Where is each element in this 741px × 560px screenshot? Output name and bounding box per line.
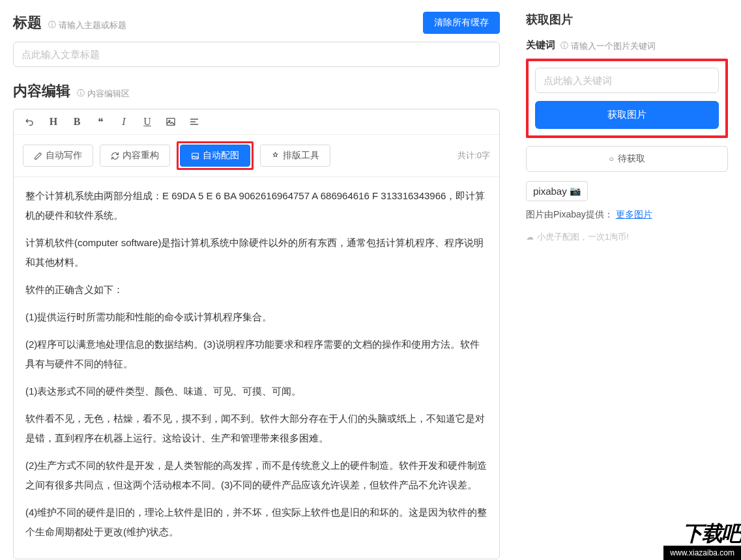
layout-tool-button[interactable]: 排版工具 <box>260 145 330 167</box>
editor-paragraph: (2)生产方式不同的软件是开发，是人类智能的高发挥，而不是传统意义上的硬件制造。… <box>25 456 487 495</box>
keyword-label: 关键词 <box>526 39 555 51</box>
fetch-image-title: 获取图片 <box>526 12 728 27</box>
title-header: 标题 请输入主题或标题 清除所有缓存 <box>13 12 500 34</box>
editor-paragraph: (4)维护不同的硬件是旧的，理论上软件是旧的，并不坏，但实际上软件也是旧的和坏的… <box>25 503 487 542</box>
editor-paragraph: 计算机软件(computer software)是指计算机系统中除硬件以外的所有… <box>25 233 487 272</box>
heading-icon[interactable]: H <box>46 115 61 129</box>
waiting-label: 待获取 <box>618 153 645 165</box>
editor-box: H B ❝ I U 自动写作 <box>13 109 500 559</box>
auto-write-button[interactable]: 自动写作 <box>23 145 93 167</box>
title-label: 标题 <box>13 13 42 33</box>
editor-paragraph: 软件的正确含义如下： <box>25 280 487 300</box>
undo-icon[interactable] <box>23 115 37 129</box>
keyword-hint: 请输入一个图片关键词 <box>560 40 656 52</box>
align-icon[interactable] <box>187 115 201 129</box>
watermark-url: www.xiazaiba.com <box>663 546 741 560</box>
auto-image-highlight: 自动配图 <box>177 141 254 170</box>
waiting-button[interactable]: 待获取 <box>526 146 728 172</box>
keyword-input[interactable] <box>535 68 719 93</box>
content-edit-label: 内容编辑 <box>13 81 70 101</box>
content-edit-hint: 内容编辑区 <box>77 88 130 100</box>
editor-content-area[interactable]: 整个计算机系统由两部分组成：E 69DA 5 E 6 BA 9062616964… <box>14 177 499 559</box>
restructure-label: 内容重构 <box>123 150 159 161</box>
credit-line: 图片由Pixabay提供： 更多图片 <box>526 209 728 221</box>
auto-write-label: 自动写作 <box>46 150 82 161</box>
editor-paragraph: 软件看不见，无色，枯燥，看不见，摸不到，闻不到。软件大部分存在于人们的头脑或纸上… <box>25 409 487 448</box>
quote-icon[interactable]: ❝ <box>93 115 108 129</box>
more-images-link[interactable]: 更多图片 <box>616 209 652 219</box>
editor-paragraph: (1)提供运行时所需功能和性能的命令或计算机程序集合。 <box>25 307 487 327</box>
image-icon[interactable] <box>164 115 178 129</box>
restructure-button[interactable]: 内容重构 <box>100 145 170 167</box>
article-title-input[interactable] <box>13 42 500 67</box>
camera-icon: 📷 <box>570 186 581 196</box>
fetch-image-button[interactable]: 获取图片 <box>535 101 719 129</box>
layout-tool-label: 排版工具 <box>283 150 319 161</box>
title-hint: 请输入主题或标题 <box>48 20 126 31</box>
bold-icon[interactable]: B <box>70 115 84 129</box>
clear-cache-button[interactable]: 清除所有缓存 <box>423 12 500 34</box>
italic-icon[interactable]: I <box>117 115 131 129</box>
auto-image-button[interactable]: 自动配图 <box>180 145 250 167</box>
keyword-highlight-box: 获取图片 <box>526 59 728 138</box>
underline-icon[interactable]: U <box>140 115 154 129</box>
editor-action-row: 自动写作 内容重构 自动配图 <box>14 135 499 177</box>
editor-paragraph: (1)表达形式不同的硬件类型、颜色、味道、可见、可摸、可闻。 <box>25 382 487 401</box>
auto-image-label: 自动配图 <box>203 150 239 161</box>
watermark-logo: 下载吧 <box>682 520 741 548</box>
editor-paragraph: (2)程序可以满意地处理信息的数据结构。(3)说明程序功能要求和程序需要的文档的… <box>25 335 487 374</box>
footer-note: 小虎子配图，一次1淘币! <box>526 231 728 243</box>
pixabay-logo: pixabay 📷 <box>526 181 588 201</box>
editor-paragraph: 整个计算机系统由两部分组成：E 69DA 5 E 6 BA 9062616964… <box>25 186 487 225</box>
editor-format-toolbar: H B ❝ I U <box>14 109 499 135</box>
word-count: 共计:0字 <box>458 150 490 161</box>
